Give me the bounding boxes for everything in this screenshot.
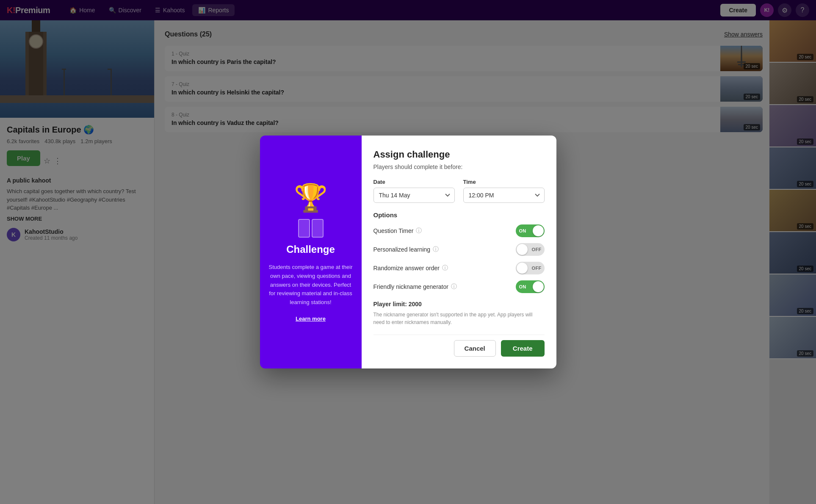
trophy-icon: 🏆 (294, 182, 328, 214)
modal-left-title: Challenge (286, 244, 335, 255)
option-label: Question Timer ⓘ (373, 227, 422, 235)
learn-more-link[interactable]: Learn more (296, 316, 326, 322)
option-randomize-answer: Randomize answer order ⓘ OFF (373, 262, 545, 274)
date-group: Date Thu 14 May Fri 15 May Sat 16 May (373, 179, 455, 203)
option-personalized-learning: Personalized learning ⓘ OFF (373, 243, 545, 256)
assign-challenge-modal: 🏆 Challenge Students complete a game at … (260, 136, 556, 368)
time-select[interactable]: 12:00 PM 1:00 PM 2:00 PM (463, 188, 545, 203)
toggle-knob (517, 244, 528, 255)
toggle-label: ON (519, 284, 526, 289)
toggle-knob (517, 263, 528, 274)
option-question-timer: Question Timer ⓘ ON (373, 224, 545, 237)
toggle-label: OFF (532, 247, 542, 252)
nickname-toggle-container: ON (516, 280, 545, 293)
option-friendly-nickname: Friendly nickname generator ⓘ ON (373, 280, 545, 293)
randomize-toggle-container: OFF (516, 262, 545, 274)
toggle-knob (533, 225, 544, 236)
personalized-learning-toggle-container: OFF (516, 243, 545, 256)
help-icon[interactable]: ⓘ (416, 227, 422, 235)
toggle-label: OFF (532, 266, 542, 271)
modal-footer: Cancel Create (373, 335, 545, 357)
date-label: Date (373, 179, 455, 185)
help-icon[interactable]: ⓘ (442, 264, 448, 272)
modal-left-description: Students complete a game at their own pa… (268, 263, 353, 307)
modal-overlay: 🏆 Challenge Students complete a game at … (0, 0, 816, 504)
cancel-button[interactable]: Cancel (454, 340, 496, 357)
modal-subtitle: Players should complete it before: (373, 163, 545, 170)
modal-right-panel: Assign challenge Players should complete… (362, 136, 556, 368)
time-label: Time (463, 179, 545, 185)
time-group: Time 12:00 PM 1:00 PM 2:00 PM (463, 179, 545, 203)
help-icon[interactable]: ⓘ (433, 246, 439, 253)
modal-left-panel: 🏆 Challenge Students complete a game at … (260, 136, 362, 368)
randomize-toggle[interactable]: OFF (516, 262, 545, 274)
question-timer-toggle-container: ON (516, 224, 545, 237)
options-section: Options Question Timer ⓘ ON (373, 211, 545, 293)
toggle-knob (533, 281, 544, 292)
date-select[interactable]: Thu 14 May Fri 15 May Sat 16 May (373, 188, 455, 203)
disclaimer-text: The nickname generator isn't supported i… (373, 311, 545, 326)
options-title: Options (373, 211, 545, 219)
modal-create-button[interactable]: Create (501, 340, 545, 357)
modal-title: Assign challenge (373, 149, 545, 160)
help-icon[interactable]: ⓘ (451, 283, 457, 291)
date-time-row: Date Thu 14 May Fri 15 May Sat 16 May Ti… (373, 179, 545, 203)
toggle-label: ON (519, 228, 526, 233)
nickname-toggle[interactable]: ON (516, 280, 545, 293)
option-label: Friendly nickname generator ⓘ (373, 283, 457, 291)
personalized-learning-toggle[interactable]: OFF (516, 243, 545, 256)
option-label: Personalized learning ⓘ (373, 246, 439, 253)
player-limit: Player limit: 2000 (373, 301, 545, 307)
question-timer-toggle[interactable]: ON (516, 224, 545, 237)
option-label: Randomize answer order ⓘ (373, 264, 448, 272)
